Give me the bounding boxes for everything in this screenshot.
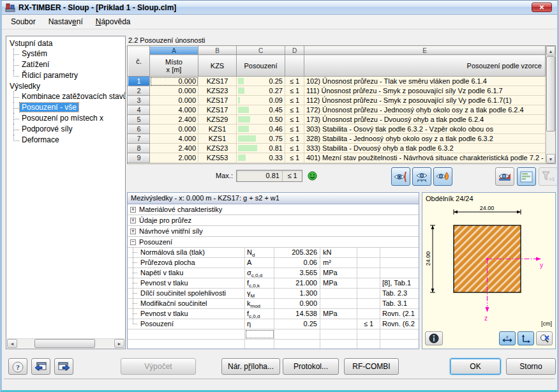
cell-ratio[interactable]: 0.81 — [237, 144, 285, 153]
ratio-bars-toggle-button[interactable] — [517, 167, 536, 186]
sidebar-item[interactable]: Posouzení - vše — [8, 102, 124, 113]
cell-location-x[interactable]: 0.000 — [150, 96, 198, 105]
cell-location-x[interactable]: 2.000 — [150, 153, 198, 163]
detail-row[interactable]: Napětí v tlakuσc,0,d3.565MPa — [128, 268, 419, 278]
cell-kzs[interactable]: KZS23 — [198, 86, 237, 96]
cell-kzs[interactable]: KZS1 — [198, 124, 237, 134]
cell-limit[interactable]: ≤ 1 — [285, 77, 304, 86]
result-row[interactable]: 30.000KZS170.09≤ 1112) Únosnost průřezu … — [128, 96, 546, 105]
result-row[interactable]: 10.000KZS170.25≤ 1102) Únosnost průřezu … — [128, 77, 546, 86]
scroll-left-icon[interactable]: ◄ — [7, 339, 17, 348]
cell-kzs[interactable]: KZS17 — [198, 96, 237, 105]
tree-group-label[interactable]: Vstupní data — [8, 38, 124, 49]
detail-row[interactable]: Dílčí součinitel spolehlivostiγM1.300Tab… — [128, 289, 419, 299]
collapse-icon[interactable] — [130, 239, 136, 245]
result-row[interactable]: 74.000KZS10.75≤ 1328) Stabilita - Jednoo… — [128, 134, 546, 144]
empty-row[interactable] — [128, 329, 419, 340]
column-header-check[interactable]: Posouzení — [237, 55, 285, 77]
cell-formula[interactable]: 328) Stabilita - Jednoosý ohyb okolo osy… — [304, 134, 546, 144]
cell-limit[interactable]: ≤ 1 — [285, 105, 304, 115]
scroll-up-icon[interactable]: ▲ — [546, 46, 555, 56]
scroll-track[interactable] — [17, 339, 114, 348]
group-row[interactable]: Návrhové vnitřní síly — [128, 226, 419, 237]
result-row[interactable]: 20.000KZS230.27≤ 1111) Únosnost průřezu … — [128, 86, 546, 96]
expand-icon[interactable] — [130, 218, 136, 223]
scroll-down-icon[interactable]: ▼ — [546, 154, 555, 163]
column-letter-a[interactable]: A — [150, 47, 198, 55]
cell-location-x[interactable]: 0.000 — [150, 86, 198, 96]
group-row[interactable]: Materiálové charakteristiky — [128, 204, 419, 215]
column-header-formula[interactable]: Posouzení podle vzorce — [304, 55, 546, 77]
detail-row[interactable]: Modifikační součinitelkmod0.900Tab. 3.1 — [128, 299, 419, 309]
menu-item[interactable]: Nastavení — [42, 15, 89, 28]
cell-limit[interactable]: ≤ 1 — [285, 115, 304, 124]
next-window-button[interactable] — [54, 358, 73, 375]
scroll-thumb[interactable] — [34, 339, 94, 348]
cell-location-x[interactable]: 2.400 — [150, 115, 198, 124]
x-direction-button[interactable]: x — [499, 331, 516, 345]
menu-item[interactable]: Nápověda — [89, 15, 137, 28]
help-button[interactable]: ? — [8, 358, 27, 375]
cell-formula[interactable]: 172) Únosnost průřezu - Jednoosý ohyb ok… — [304, 105, 546, 115]
cell-formula[interactable]: 111) Únosnost průřezu - Smyk z posouvají… — [304, 86, 546, 96]
result-row[interactable]: 44.000KZS170.45≤ 1172) Únosnost průřezu … — [128, 105, 546, 115]
cell-formula[interactable]: 303) Stabilita - Osový tlak podle 6.3.2 … — [304, 124, 546, 134]
view-extremes-button[interactable] — [433, 167, 452, 186]
cell-formula[interactable]: 173) Únosnost průřezu - Dvouosý ohyb a t… — [304, 115, 546, 124]
protocol-button[interactable]: Protokol... — [283, 358, 339, 375]
cancel-button[interactable]: Storno — [506, 358, 556, 375]
result-row[interactable]: 52.400KZS290.50≤ 1173) Únosnost průřezu … — [128, 115, 546, 124]
ok-button[interactable]: OK — [450, 358, 501, 375]
cell-limit[interactable]: ≤ 1 — [285, 153, 304, 163]
axes-toggle-button[interactable] — [518, 331, 534, 345]
view-supports-button[interactable] — [412, 167, 431, 186]
previous-window-button[interactable] — [31, 358, 50, 375]
row-number[interactable]: 1 — [128, 77, 150, 86]
cell-formula[interactable]: 401) Mezní stav použitelnosti - Návrhová… — [304, 153, 546, 163]
cell-location-x[interactable]: 0.000 — [150, 124, 198, 134]
cell-ratio[interactable]: 0.45 — [237, 105, 285, 115]
expand-icon[interactable] — [130, 207, 136, 213]
column-letter-b[interactable]: B — [198, 47, 237, 55]
detail-row[interactable]: Normálová síla (tlak)Nd205.326kN — [128, 248, 419, 258]
scroll-thumb[interactable] — [546, 56, 555, 132]
sidebar-item[interactable]: Zatížení — [8, 59, 124, 70]
row-number[interactable]: 7 — [128, 134, 150, 144]
expand-icon[interactable] — [130, 229, 136, 234]
sidebar-horizontal-scrollbar[interactable]: ◄ ► — [7, 338, 124, 348]
cell-kzs[interactable]: KZS53 — [198, 153, 237, 163]
cell-ratio[interactable]: 0.09 — [237, 96, 285, 105]
close-button[interactable]: ✕ — [532, 3, 552, 12]
results-vertical-scrollbar[interactable]: ▲ ▼ — [546, 46, 555, 163]
cell-location-x[interactable]: 2.400 — [150, 144, 198, 153]
detail-row[interactable]: Posouzeníη0.25≤ 1Rovn. (6.2 — [128, 319, 419, 329]
row-number[interactable]: 5 — [128, 115, 150, 124]
sidebar-item[interactable]: Kombinace zatěžovacích stavů — [8, 91, 124, 102]
rf-combi-button[interactable]: RF-COMBI — [344, 358, 399, 375]
tree-group-label[interactable]: Výsledky — [8, 81, 124, 91]
row-number[interactable]: 6 — [128, 124, 150, 134]
cell-limit[interactable]: ≤ 1 — [285, 96, 304, 105]
info-button[interactable] — [425, 331, 443, 345]
result-row[interactable]: 92.000KZS530.33≤ 1401) Mezní stav použit… — [128, 153, 546, 163]
detail-row[interactable]: Pevnost v tlakufc,0,k21.000MPa[8], Tab.1 — [128, 278, 419, 289]
column-header-limit[interactable] — [285, 55, 304, 77]
cell-location-x[interactable]: 0.000 — [150, 77, 198, 86]
cell-ratio[interactable]: 0.46 — [237, 124, 285, 134]
empty-row[interactable] — [128, 340, 419, 349]
cell-location-x[interactable]: 4.000 — [150, 134, 198, 144]
cell-formula[interactable]: 102) Únosnost průřezu - Tlak ve směru vl… — [304, 77, 546, 86]
row-number[interactable]: 2 — [128, 86, 150, 96]
sidebar-item[interactable]: Řídicí parametry — [8, 70, 124, 81]
view-result-chart-button[interactable] — [495, 167, 514, 186]
group-row[interactable]: Posouzení — [128, 237, 419, 248]
row-number[interactable]: 3 — [128, 96, 150, 105]
detail-row[interactable]: Průřezová plochaA0.06m² — [128, 258, 419, 268]
column-letter-d[interactable]: D — [285, 47, 304, 55]
cell-kzs[interactable]: KZS1 — [198, 134, 237, 144]
column-letter-e[interactable]: E — [304, 47, 546, 55]
cell-ratio[interactable]: 0.27 — [237, 86, 285, 96]
scroll-right-icon[interactable]: ► — [114, 339, 124, 348]
cell-limit[interactable]: ≤ 1 — [285, 134, 304, 144]
view-results-diagram-button[interactable] — [391, 167, 410, 186]
